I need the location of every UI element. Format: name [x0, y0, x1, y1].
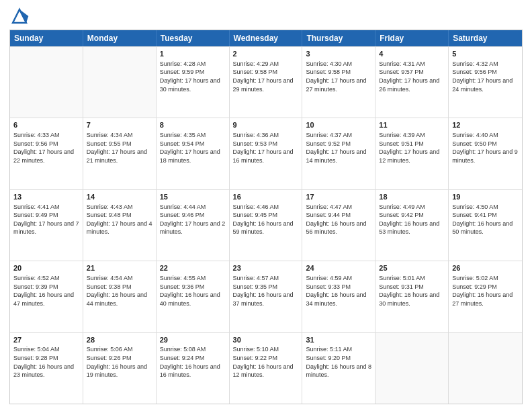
day-number: 6	[13, 120, 79, 130]
day-cell-23: 23Sunrise: 4:57 AM Sunset: 9:35 PM Dayli…	[230, 261, 303, 332]
day-number: 23	[233, 263, 299, 273]
day-cell-22: 22Sunrise: 4:55 AM Sunset: 9:36 PM Dayli…	[157, 261, 230, 332]
day-cell-18: 18Sunrise: 4:49 AM Sunset: 9:42 PM Dayli…	[375, 190, 449, 261]
calendar-week-4: 20Sunrise: 4:52 AM Sunset: 9:39 PM Dayli…	[10, 261, 522, 332]
day-number: 27	[13, 335, 79, 345]
day-cell-24: 24Sunrise: 4:59 AM Sunset: 9:33 PM Dayli…	[302, 261, 375, 332]
cell-sun-info: Sunrise: 5:02 AM Sunset: 9:29 PM Dayligh…	[452, 274, 519, 308]
day-number: 22	[160, 263, 226, 273]
cell-sun-info: Sunrise: 4:32 AM Sunset: 9:56 PM Dayligh…	[452, 60, 519, 93]
col-header-friday: Friday	[375, 30, 449, 46]
svg-marker-1	[19, 9, 28, 23]
cell-sun-info: Sunrise: 4:34 AM Sunset: 9:55 PM Dayligh…	[87, 131, 152, 165]
col-header-monday: Monday	[83, 30, 157, 46]
day-cell-14: 14Sunrise: 4:43 AM Sunset: 9:48 PM Dayli…	[83, 190, 157, 261]
day-number: 28	[87, 335, 152, 345]
col-header-sunday: Sunday	[10, 30, 83, 46]
day-number: 7	[87, 120, 152, 130]
col-header-wednesday: Wednesday	[230, 30, 303, 46]
col-header-saturday: Saturday	[449, 30, 522, 46]
day-cell-11: 11Sunrise: 4:39 AM Sunset: 9:51 PM Dayli…	[375, 118, 449, 189]
cell-sun-info: Sunrise: 4:37 AM Sunset: 9:52 PM Dayligh…	[306, 131, 371, 165]
cell-sun-info: Sunrise: 5:10 AM Sunset: 9:22 PM Dayligh…	[233, 345, 299, 379]
day-cell-9: 9Sunrise: 4:36 AM Sunset: 9:53 PM Daylig…	[230, 118, 303, 189]
calendar-week-5: 27Sunrise: 5:04 AM Sunset: 9:28 PM Dayli…	[10, 332, 522, 404]
day-number: 4	[379, 49, 445, 59]
cell-sun-info: Sunrise: 4:39 AM Sunset: 9:51 PM Dayligh…	[379, 131, 445, 165]
cell-sun-info: Sunrise: 5:08 AM Sunset: 9:24 PM Dayligh…	[160, 345, 226, 379]
calendar-week-3: 13Sunrise: 4:41 AM Sunset: 9:49 PM Dayli…	[10, 189, 522, 261]
day-cell-4: 4Sunrise: 4:31 AM Sunset: 9:57 PM Daylig…	[375, 47, 449, 118]
header	[9, 7, 523, 26]
calendar-body: 1Sunrise: 4:28 AM Sunset: 9:59 PM Daylig…	[10, 46, 522, 404]
cell-sun-info: Sunrise: 4:46 AM Sunset: 9:45 PM Dayligh…	[233, 203, 299, 236]
day-number: 26	[452, 263, 519, 273]
day-cell-17: 17Sunrise: 4:47 AM Sunset: 9:44 PM Dayli…	[302, 190, 375, 261]
day-cell-6: 6Sunrise: 4:33 AM Sunset: 9:56 PM Daylig…	[10, 118, 83, 189]
day-number: 5	[452, 49, 519, 59]
day-cell-21: 21Sunrise: 4:54 AM Sunset: 9:38 PM Dayli…	[83, 261, 157, 332]
day-number: 3	[306, 49, 371, 59]
day-cell-1: 1Sunrise: 4:28 AM Sunset: 9:59 PM Daylig…	[157, 47, 230, 118]
empty-cell	[83, 47, 157, 118]
col-header-tuesday: Tuesday	[157, 30, 230, 46]
day-cell-20: 20Sunrise: 4:52 AM Sunset: 9:39 PM Dayli…	[10, 261, 83, 332]
day-cell-8: 8Sunrise: 4:35 AM Sunset: 9:54 PM Daylig…	[157, 118, 230, 189]
cell-sun-info: Sunrise: 5:04 AM Sunset: 9:28 PM Dayligh…	[13, 345, 79, 379]
day-number: 16	[233, 192, 299, 202]
cell-sun-info: Sunrise: 4:52 AM Sunset: 9:39 PM Dayligh…	[13, 274, 79, 308]
day-number: 29	[160, 335, 226, 345]
day-cell-25: 25Sunrise: 5:01 AM Sunset: 9:31 PM Dayli…	[375, 261, 449, 332]
empty-cell	[449, 333, 522, 404]
cell-sun-info: Sunrise: 4:41 AM Sunset: 9:49 PM Dayligh…	[13, 203, 79, 236]
cell-sun-info: Sunrise: 4:57 AM Sunset: 9:35 PM Dayligh…	[233, 274, 299, 308]
day-cell-3: 3Sunrise: 4:30 AM Sunset: 9:58 PM Daylig…	[302, 47, 375, 118]
day-cell-2: 2Sunrise: 4:29 AM Sunset: 9:58 PM Daylig…	[230, 47, 303, 118]
day-number: 24	[306, 263, 371, 273]
day-number: 2	[233, 49, 299, 59]
day-cell-30: 30Sunrise: 5:10 AM Sunset: 9:22 PM Dayli…	[230, 333, 303, 404]
day-cell-10: 10Sunrise: 4:37 AM Sunset: 9:52 PM Dayli…	[302, 118, 375, 189]
cell-sun-info: Sunrise: 4:59 AM Sunset: 9:33 PM Dayligh…	[306, 274, 371, 308]
cell-sun-info: Sunrise: 4:31 AM Sunset: 9:57 PM Dayligh…	[379, 60, 445, 93]
cell-sun-info: Sunrise: 4:33 AM Sunset: 9:56 PM Dayligh…	[13, 131, 79, 165]
cell-sun-info: Sunrise: 4:43 AM Sunset: 9:48 PM Dayligh…	[87, 203, 152, 236]
day-cell-29: 29Sunrise: 5:08 AM Sunset: 9:24 PM Dayli…	[157, 333, 230, 404]
calendar: SundayMondayTuesdayWednesdayThursdayFrid…	[9, 30, 523, 404]
calendar-header-row: SundayMondayTuesdayWednesdayThursdayFrid…	[10, 30, 522, 46]
day-cell-13: 13Sunrise: 4:41 AM Sunset: 9:49 PM Dayli…	[10, 190, 83, 261]
cell-sun-info: Sunrise: 4:55 AM Sunset: 9:36 PM Dayligh…	[160, 274, 226, 308]
cell-sun-info: Sunrise: 4:30 AM Sunset: 9:58 PM Dayligh…	[306, 60, 371, 93]
day-cell-5: 5Sunrise: 4:32 AM Sunset: 9:56 PM Daylig…	[449, 47, 522, 118]
day-cell-7: 7Sunrise: 4:34 AM Sunset: 9:55 PM Daylig…	[83, 118, 157, 189]
logo	[9, 7, 32, 26]
cell-sun-info: Sunrise: 5:01 AM Sunset: 9:31 PM Dayligh…	[379, 274, 445, 308]
cell-sun-info: Sunrise: 5:11 AM Sunset: 9:20 PM Dayligh…	[306, 345, 371, 379]
cell-sun-info: Sunrise: 4:47 AM Sunset: 9:44 PM Dayligh…	[306, 203, 371, 236]
day-number: 15	[160, 192, 226, 202]
day-number: 13	[13, 192, 79, 202]
cell-sun-info: Sunrise: 4:29 AM Sunset: 9:58 PM Dayligh…	[233, 60, 299, 93]
calendar-week-1: 1Sunrise: 4:28 AM Sunset: 9:59 PM Daylig…	[10, 46, 522, 118]
empty-cell	[10, 47, 83, 118]
cell-sun-info: Sunrise: 4:44 AM Sunset: 9:46 PM Dayligh…	[160, 203, 226, 236]
day-cell-15: 15Sunrise: 4:44 AM Sunset: 9:46 PM Dayli…	[157, 190, 230, 261]
col-header-thursday: Thursday	[302, 30, 375, 46]
day-number: 21	[87, 263, 152, 273]
cell-sun-info: Sunrise: 4:50 AM Sunset: 9:41 PM Dayligh…	[452, 203, 519, 236]
cell-sun-info: Sunrise: 4:35 AM Sunset: 9:54 PM Dayligh…	[160, 131, 226, 165]
day-cell-16: 16Sunrise: 4:46 AM Sunset: 9:45 PM Dayli…	[230, 190, 303, 261]
calendar-week-2: 6Sunrise: 4:33 AM Sunset: 9:56 PM Daylig…	[10, 118, 522, 189]
day-number: 25	[379, 263, 445, 273]
empty-cell	[375, 333, 449, 404]
day-number: 19	[452, 192, 519, 202]
day-cell-31: 31Sunrise: 5:11 AM Sunset: 9:20 PM Dayli…	[302, 333, 375, 404]
day-number: 18	[379, 192, 445, 202]
day-cell-19: 19Sunrise: 4:50 AM Sunset: 9:41 PM Dayli…	[449, 190, 522, 261]
logo-icon	[9, 7, 30, 26]
day-number: 9	[233, 120, 299, 130]
day-number: 30	[233, 335, 299, 345]
cell-sun-info: Sunrise: 4:40 AM Sunset: 9:50 PM Dayligh…	[452, 131, 519, 165]
day-cell-27: 27Sunrise: 5:04 AM Sunset: 9:28 PM Dayli…	[10, 333, 83, 404]
page: SundayMondayTuesdayWednesdayThursdayFrid…	[0, 0, 532, 411]
